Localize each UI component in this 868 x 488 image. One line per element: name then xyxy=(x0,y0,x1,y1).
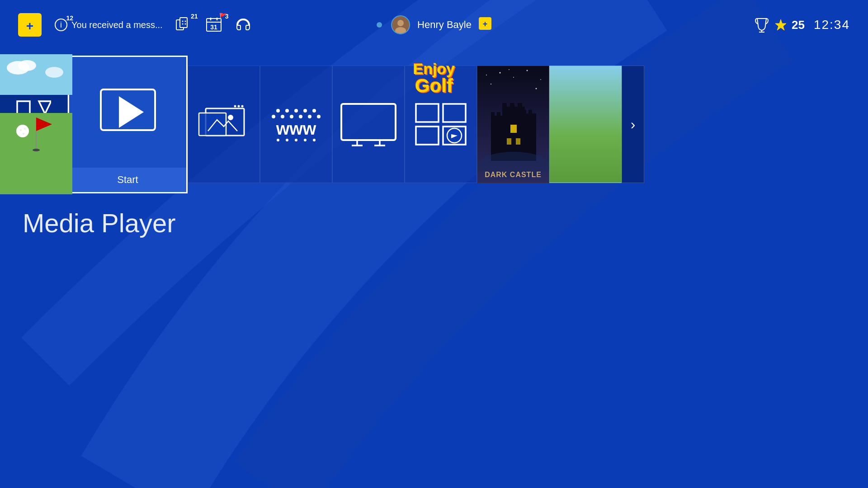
svg-text:i: i xyxy=(60,20,62,29)
svg-point-36 xyxy=(241,105,244,108)
star-icon xyxy=(774,19,787,31)
grid-icon xyxy=(414,102,468,147)
friends-badge: 21 xyxy=(191,13,198,20)
gallery-icon xyxy=(197,104,251,145)
headset-notification[interactable] xyxy=(235,17,251,33)
start-text: Start xyxy=(117,174,138,185)
svg-rect-80 xyxy=(510,103,514,108)
svg-rect-86 xyxy=(510,125,517,133)
svg-point-53 xyxy=(295,139,297,141)
svg-point-55 xyxy=(313,139,316,141)
svg-rect-61 xyxy=(416,104,439,122)
trophy-icon xyxy=(754,17,770,33)
svg-rect-56 xyxy=(341,104,396,140)
svg-rect-81 xyxy=(518,103,522,108)
svg-text:+: + xyxy=(483,19,488,28)
media-player-start-label: Start xyxy=(69,168,186,192)
svg-point-41 xyxy=(294,109,298,113)
svg-point-45 xyxy=(281,115,284,118)
svg-rect-88 xyxy=(516,138,520,145)
messages-notification[interactable]: i 12 You received a mess... xyxy=(54,18,163,32)
svg-point-49 xyxy=(317,115,321,118)
avatar xyxy=(391,15,410,34)
username: Henry Bayle xyxy=(417,19,472,31)
svg-marker-23 xyxy=(775,19,786,30)
trophy-count: 25 xyxy=(792,18,805,32)
svg-point-40 xyxy=(285,109,289,113)
svg-rect-24 xyxy=(17,101,30,114)
trophy-section[interactable]: 25 xyxy=(754,17,805,33)
header: + i 12 You received a mess... xyxy=(0,0,868,50)
online-indicator xyxy=(377,22,382,28)
ps-plus-icon[interactable]: + xyxy=(18,13,42,37)
dark-castle-label: DARK CASTLE xyxy=(485,171,542,179)
svg-point-46 xyxy=(290,115,293,118)
svg-point-52 xyxy=(286,139,288,141)
svg-point-17 xyxy=(397,20,404,26)
tile-enjoy-golf[interactable]: Enjoy Golf xyxy=(549,66,622,183)
right-arrow-icon: › xyxy=(631,116,636,133)
svg-point-51 xyxy=(277,139,279,141)
svg-rect-83 xyxy=(497,112,500,117)
svg-text:+: + xyxy=(26,19,33,33)
user-section[interactable]: Henry Bayle + xyxy=(377,15,491,34)
tv-icon xyxy=(339,102,398,147)
svg-rect-63 xyxy=(416,127,439,145)
svg-marker-25 xyxy=(39,101,51,114)
clock: 12:34 xyxy=(814,18,850,32)
headset-icon xyxy=(235,17,251,33)
svg-point-34 xyxy=(234,105,236,108)
app-name-section: Media Player xyxy=(0,194,868,252)
events-notification[interactable]: 31 🚩 3 xyxy=(205,16,222,33)
svg-point-47 xyxy=(299,115,302,118)
events-badge: 3 xyxy=(225,13,229,20)
header-right: 25 12:34 xyxy=(754,17,850,33)
selected-app-name: Media Player xyxy=(23,208,845,238)
svg-rect-84 xyxy=(523,110,526,114)
svg-point-44 xyxy=(272,115,275,118)
svg-point-48 xyxy=(308,115,311,118)
svg-point-8 xyxy=(184,21,186,22)
svg-point-9 xyxy=(182,23,183,25)
svg-point-35 xyxy=(238,105,240,108)
svg-marker-30 xyxy=(119,96,144,128)
friends-icon xyxy=(175,16,193,33)
svg-point-43 xyxy=(312,109,316,113)
svg-text:31: 31 xyxy=(210,23,217,31)
content-row: Store Start xyxy=(0,54,868,194)
svg-text:www: www xyxy=(276,119,316,138)
friends-notification[interactable]: 21 xyxy=(175,16,193,33)
svg-rect-79 xyxy=(502,103,507,108)
svg-point-39 xyxy=(276,109,280,113)
user-ps-plus-icon: + xyxy=(479,17,491,33)
svg-point-54 xyxy=(304,139,307,141)
enjoy-text: Enjoy xyxy=(549,66,622,76)
svg-rect-82 xyxy=(491,112,495,117)
golf-text: Golf xyxy=(549,76,622,95)
enjoy-golf-title-area: Enjoy Golf xyxy=(549,66,622,95)
svg-rect-62 xyxy=(443,104,466,122)
notification-text: You received a mess... xyxy=(71,20,163,30)
svg-point-42 xyxy=(303,109,307,113)
svg-rect-85 xyxy=(528,110,532,114)
svg-rect-87 xyxy=(507,138,511,145)
svg-rect-6 xyxy=(180,18,187,28)
svg-point-7 xyxy=(182,21,183,22)
svg-point-10 xyxy=(184,23,186,25)
svg-point-33 xyxy=(228,115,233,120)
messages-badge: 12 xyxy=(66,14,73,22)
www-icon: www xyxy=(264,104,328,145)
